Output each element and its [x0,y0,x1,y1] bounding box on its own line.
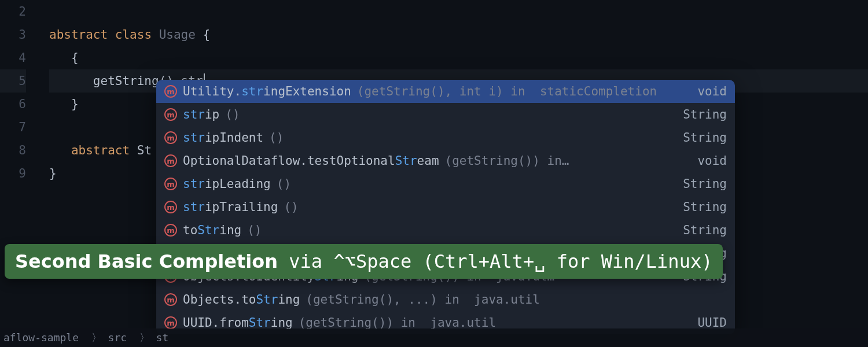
hint-banner: Second Basic Completion via ^⌥Space (Ctr… [5,244,723,279]
keyword-class: class [115,28,152,42]
method-icon: m [164,108,177,121]
line-number-gutter: 2 3 4 5 6 7 8 9 [0,0,49,347]
code-line[interactable]: abstract class Usage { [49,23,868,46]
completion-signature: () [247,223,262,237]
line-number: 8 [0,139,26,162]
method-icon: m [164,154,177,167]
completion-return-type: String [683,177,727,191]
keyword-abstract: abstract [49,28,108,42]
completion-label: OptionalDataflow.testOptionalStream [183,154,439,168]
completion-signature: () [277,177,291,191]
completion-item[interactable]: mUtility.stringExtension(getString(), in… [156,80,735,103]
line-number: 7 [0,116,26,139]
line-number: 3 [0,23,26,46]
breadcrumb-segment[interactable]: st [156,331,169,344]
completion-return-type: void [697,154,727,168]
line-number: 2 [0,0,26,23]
breadcrumb-segment[interactable]: aflow-sample [3,331,79,344]
completion-signature: (getString()) in java.util [299,316,496,330]
completion-popup[interactable]: mUtility.stringExtension(getString(), in… [156,80,735,334]
class-name: Usage [159,28,196,42]
method-icon: m [164,293,177,306]
completion-return-type: String [683,223,727,237]
completion-signature: () [269,131,284,145]
completion-item[interactable]: mstripLeading()String [156,172,735,195]
completion-label: strip [183,108,219,121]
completion-item[interactable]: mstripIndent()String [156,126,735,149]
code-line[interactable]: { [49,46,868,69]
completion-item[interactable]: mObjects.toString(getString(), ...) in j… [156,288,735,311]
breadcrumb[interactable]: aflow-sample 〉 src 〉 st [0,328,868,347]
completion-signature: (getString(), ...) in java.util [306,293,540,307]
code-line[interactable] [49,0,868,23]
breadcrumb-separator-icon: 〉 [79,331,108,344]
completion-return-type: void [697,84,727,98]
completion-label: stripLeading [183,177,271,191]
completion-item[interactable]: mtoString()String [156,219,735,242]
completion-signature: () [284,200,298,214]
completion-label: toString [183,223,241,237]
code-text: St [130,143,152,157]
completion-label: UUID.fromString [183,316,293,330]
banner-title: Second Basic Completion [15,250,278,272]
banner-shortcut: via ^⌥Space (Ctrl+Alt+␣ for Win/Linux) [278,250,712,272]
completion-signature: (getString()) in… [445,154,569,168]
open-brace: { [196,28,210,42]
completion-signature: (getString(), int i) in staticCompletion [357,84,657,98]
completion-return-type: String [683,131,727,145]
completion-item[interactable]: mstrip()String [156,103,735,126]
completion-signature: () [225,108,240,121]
close-brace: } [49,167,57,180]
breadcrumb-separator-icon: 〉 [127,331,156,344]
method-icon: m [164,201,177,213]
completion-label: stripTrailing [183,200,278,214]
method-icon: m [164,131,177,144]
open-brace: { [71,51,79,65]
completion-return-type: String [683,108,727,121]
close-brace: } [71,97,79,111]
completion-label: Objects.toString [183,293,300,307]
completion-return-type: String [683,200,727,214]
method-icon: m [164,224,177,237]
keyword-abstract: abstract [71,143,130,157]
method-icon: m [164,85,177,98]
method-call: getString [93,74,159,88]
line-number: 6 [0,93,26,116]
completion-label: Utility.stringExtension [183,84,351,98]
method-icon: m [164,178,177,190]
completion-item[interactable]: mstripTrailing()String [156,195,735,219]
completion-label: stripIndent [183,131,263,145]
line-number: 9 [0,162,26,185]
method-icon: m [164,316,177,329]
line-number: 5 [0,69,26,93]
completion-item[interactable]: mOptionalDataflow.testOptionalStream(get… [156,149,735,172]
breadcrumb-segment[interactable]: src [108,331,127,344]
completion-return-type: UUID [697,316,727,330]
line-number: 4 [0,46,26,69]
